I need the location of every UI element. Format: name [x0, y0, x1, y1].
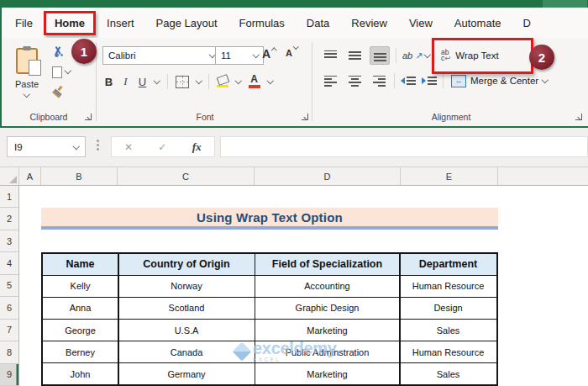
- align-bottom-button[interactable]: [370, 46, 390, 65]
- chevron-down-icon[interactable]: [235, 77, 242, 84]
- tab-d[interactable]: D: [512, 10, 542, 36]
- italic-button[interactable]: I: [121, 75, 130, 88]
- align-middle-button[interactable]: [345, 47, 364, 64]
- table-cell[interactable]: Design: [401, 298, 496, 319]
- fill-color-button[interactable]: [217, 76, 228, 88]
- enter-icon[interactable]: ✓: [158, 141, 166, 153]
- table-cell[interactable]: Marketing: [255, 320, 399, 341]
- drag-handle-dots[interactable]: [97, 140, 99, 151]
- cut-button[interactable]: [52, 45, 71, 58]
- decrease-font-size-button[interactable]: A: [286, 46, 297, 63]
- row-header-8[interactable]: 8: [0, 341, 18, 363]
- chevron-down-icon[interactable]: [154, 77, 160, 84]
- font-color-swatch: [249, 85, 260, 88]
- cancel-icon[interactable]: ✕: [124, 141, 133, 153]
- paste-button[interactable]: Paste: [8, 45, 45, 115]
- tab-insert[interactable]: Insert: [96, 10, 145, 36]
- row-header-9[interactable]: 9: [0, 364, 18, 386]
- table-cell[interactable]: Sales: [401, 320, 496, 341]
- copy-button[interactable]: [52, 65, 71, 78]
- row-header-7[interactable]: 7: [0, 320, 18, 341]
- select-all-corner[interactable]: [0, 167, 19, 185]
- font-size-select[interactable]: 11: [215, 46, 264, 65]
- chevron-down-icon[interactable]: [195, 77, 202, 84]
- icon-bar: [428, 77, 437, 78]
- sheet-canvas[interactable]: Using Wrap Text Option NameCountry of Or…: [20, 186, 588, 386]
- column-header-d[interactable]: D: [255, 167, 401, 185]
- table-cell[interactable]: U.S.A: [119, 320, 255, 341]
- row-header-1[interactable]: 1: [0, 186, 18, 208]
- tab-home[interactable]: Home: [44, 11, 96, 35]
- icon-bar: [378, 85, 386, 87]
- tab-page-layout[interactable]: Page Layout: [145, 10, 228, 36]
- shrink-font-icon: A: [286, 46, 292, 60]
- table-cell[interactable]: Germany: [119, 363, 255, 384]
- borders-button[interactable]: [176, 76, 189, 88]
- table-cell[interactable]: Sales: [401, 363, 496, 384]
- alignment-dialog-launcher[interactable]: [575, 114, 582, 120]
- increase-font-size-button[interactable]: A: [262, 46, 276, 63]
- table-header-name[interactable]: Name: [43, 254, 118, 275]
- font-name-select[interactable]: Calibri: [102, 46, 220, 65]
- chevron-down-icon[interactable]: [266, 77, 273, 84]
- table-cell[interactable]: Scotland: [119, 298, 255, 319]
- table-cell[interactable]: John: [43, 363, 118, 384]
- wrap-text-button[interactable]: ab c↩ Wrap Text: [438, 48, 502, 64]
- underline-button[interactable]: U: [138, 76, 147, 88]
- align-right-button[interactable]: [370, 72, 388, 89]
- row-header-2[interactable]: 2: [0, 208, 18, 230]
- row-header-4[interactable]: 4: [0, 252, 18, 274]
- tab-review[interactable]: Review: [340, 10, 398, 36]
- row-header-6[interactable]: 6: [0, 297, 18, 319]
- align-center-button[interactable]: [345, 72, 364, 89]
- clipboard-dialog-launcher[interactable]: [85, 114, 92, 120]
- table-cell[interactable]: Anna: [43, 298, 118, 319]
- formula-input[interactable]: [220, 136, 588, 157]
- column-header-a[interactable]: A: [19, 167, 41, 185]
- icon-bar: [351, 78, 359, 80]
- bold-button[interactable]: B: [104, 76, 113, 88]
- font-dialog-launcher[interactable]: [302, 114, 308, 120]
- align-left-button[interactable]: [321, 72, 339, 89]
- table-cell[interactable]: Canada: [119, 341, 255, 362]
- align-top-button[interactable]: [321, 47, 339, 64]
- table-cell[interactable]: Berney: [43, 341, 118, 362]
- table-cell[interactable]: Marketing: [255, 363, 399, 384]
- table-cell[interactable]: Norway: [119, 276, 255, 297]
- column-header-e[interactable]: E: [401, 167, 498, 185]
- table-cell[interactable]: Kelly: [43, 276, 118, 297]
- increase-indent-button[interactable]: [422, 76, 437, 86]
- alignment-group: ab ↗ ab c↩ Wrap Text: [318, 38, 585, 126]
- orientation-button[interactable]: ab ↗: [402, 50, 430, 61]
- icon-bar: [428, 80, 437, 82]
- table-cell[interactable]: Human Resource: [401, 276, 496, 297]
- tab-data[interactable]: Data: [296, 10, 340, 36]
- sheet-title-cell[interactable]: Using Wrap Text Option: [41, 208, 498, 230]
- insert-function-icon[interactable]: fx: [192, 140, 202, 154]
- table-cell[interactable]: Public Adminstration: [255, 341, 399, 362]
- decrease-indent-button[interactable]: [401, 76, 416, 86]
- font-name-value: Calibri: [108, 50, 136, 61]
- table-header-country-of-origin[interactable]: Country of Origin: [119, 254, 255, 275]
- row-header-3[interactable]: 3: [0, 230, 18, 252]
- table-cell[interactable]: George: [43, 320, 118, 341]
- tab-formulas[interactable]: Formulas: [228, 10, 296, 36]
- window-left-border: [0, 0, 2, 127]
- row-headers: 123456789: [0, 186, 19, 386]
- table-header-field-of-specialization[interactable]: Field of Specialization: [255, 254, 399, 275]
- table-cell[interactable]: Graphic Design: [255, 298, 399, 319]
- column-header-b[interactable]: B: [41, 167, 118, 185]
- merge-and-center-button[interactable]: ↔ Merge & Center: [451, 75, 548, 87]
- row-header-5[interactable]: 5: [0, 275, 18, 297]
- table-header-department[interactable]: Department: [401, 254, 496, 275]
- separator: [396, 48, 396, 63]
- font-color-button[interactable]: A: [249, 75, 260, 88]
- table-cell[interactable]: Accounting: [255, 276, 399, 297]
- tab-file[interactable]: File: [4, 10, 44, 36]
- tab-automate[interactable]: Automate: [444, 10, 512, 36]
- table-cell[interactable]: Human Resource: [401, 341, 496, 362]
- column-header-c[interactable]: C: [118, 167, 255, 185]
- tab-view[interactable]: View: [398, 10, 444, 36]
- format-painter-button[interactable]: [52, 85, 71, 98]
- name-box[interactable]: I9: [7, 136, 86, 157]
